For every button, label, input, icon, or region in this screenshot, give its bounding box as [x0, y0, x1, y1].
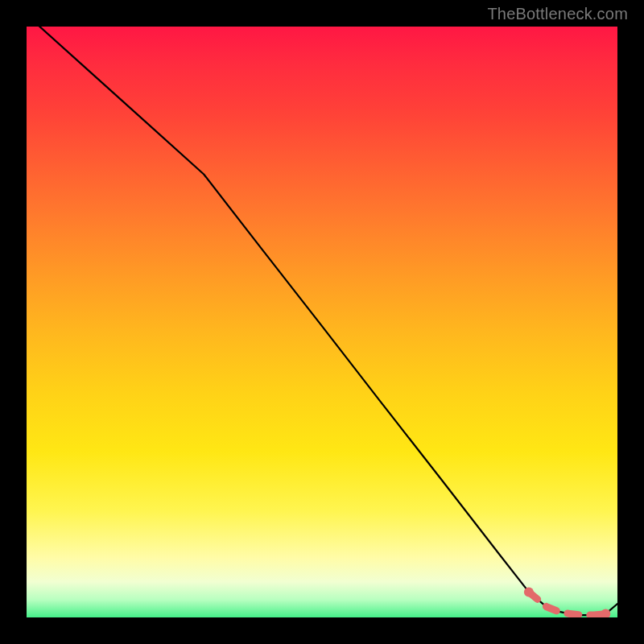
highlight-end-marker: [524, 587, 534, 597]
plot-area: [27, 27, 617, 617]
chart-svg: [27, 27, 617, 617]
chart-stage: TheBottleneck.com: [0, 0, 644, 644]
highlight-segment-line: [529, 592, 605, 615]
watermark-text: TheBottleneck.com: [487, 5, 628, 23]
bottleneck-curve-line: [27, 27, 617, 615]
